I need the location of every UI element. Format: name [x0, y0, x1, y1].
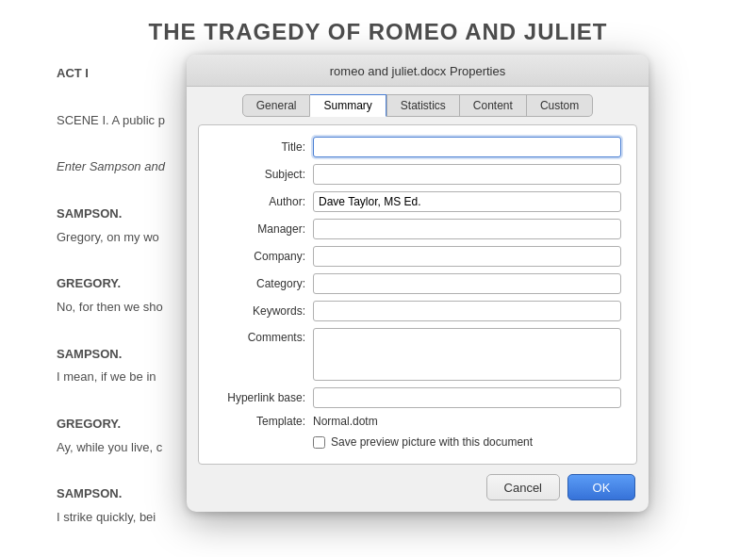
tab-summary[interactable]: Summary — [310, 94, 386, 117]
company-row: Company: — [214, 246, 621, 267]
properties-dialog: romeo and juliet.docx Properties General… — [187, 55, 649, 512]
preview-checkbox[interactable] — [313, 436, 325, 449]
company-label: Company: — [214, 250, 313, 263]
keywords-row: Keywords: — [214, 301, 621, 321]
subject-label: Subject: — [214, 168, 313, 181]
title-row: Title: — [214, 137, 621, 157]
ok-button[interactable]: OK — [567, 474, 635, 500]
dialog-title: romeo and juliet.docx Properties — [330, 64, 505, 78]
template-label: Template: — [214, 415, 313, 428]
tab-content[interactable]: Content — [460, 94, 527, 117]
checkbox-row: Save preview picture with this document — [214, 435, 621, 449]
category-row: Category: — [214, 273, 621, 294]
category-label: Category: — [214, 277, 313, 290]
keywords-label: Keywords: — [214, 304, 313, 318]
keywords-input[interactable] — [313, 301, 621, 321]
hyperlink-row: Hyperlink base: — [214, 387, 621, 408]
author-row: Author: — [214, 191, 621, 212]
template-row: Template: Normal.dotm — [214, 415, 621, 428]
manager-row: Manager: — [214, 219, 621, 239]
manager-label: Manager: — [214, 222, 313, 236]
hyperlink-label: Hyperlink base: — [214, 391, 313, 404]
dialog-buttons: Cancel OK — [187, 465, 649, 512]
template-value: Normal.dotm — [313, 415, 378, 428]
title-input[interactable] — [313, 137, 621, 157]
subject-input[interactable] — [313, 164, 621, 185]
company-input[interactable] — [313, 246, 621, 267]
author-input[interactable] — [313, 191, 621, 212]
comments-input[interactable] — [313, 328, 621, 381]
hyperlink-input[interactable] — [313, 387, 621, 408]
tab-statistics[interactable]: Statistics — [386, 94, 460, 117]
subject-row: Subject: — [214, 164, 621, 185]
checkbox-label: Save preview picture with this document — [331, 435, 533, 449]
form-body: Title: Subject: Author: Manager: Company… — [198, 124, 637, 465]
tabs-row: General Summary Statistics Content Custo… — [187, 87, 649, 117]
tab-general[interactable]: General — [242, 94, 311, 117]
cancel-button[interactable]: Cancel — [486, 474, 560, 500]
author-label: Author: — [214, 195, 313, 208]
manager-input[interactable] — [313, 219, 621, 239]
dialog-titlebar: romeo and juliet.docx Properties — [187, 55, 649, 87]
comments-label: Comments: — [214, 328, 313, 344]
category-input[interactable] — [313, 273, 621, 294]
comments-row: Comments: — [214, 328, 621, 381]
title-label: Title: — [214, 140, 313, 154]
tab-custom[interactable]: Custom — [527, 94, 593, 117]
